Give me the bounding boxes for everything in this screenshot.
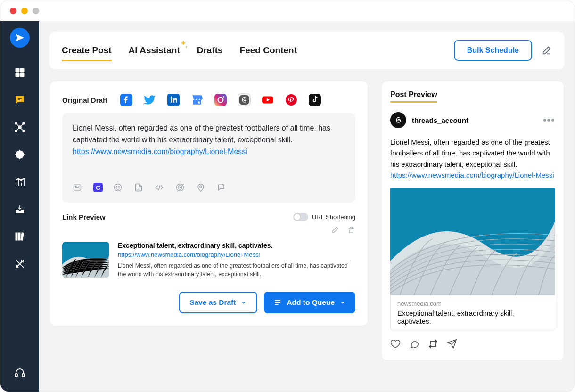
code-icon[interactable] (155, 183, 165, 193)
svg-point-27 (115, 184, 122, 191)
post-textarea[interactable]: Lionel Messi, often regarded as one of t… (62, 113, 355, 203)
svg-point-26 (75, 186, 76, 187)
window-max-dot[interactable] (33, 8, 39, 14)
sparkle-icon (178, 40, 189, 50)
share-icon[interactable] (447, 339, 457, 351)
preview-account-name: threads_account (412, 116, 468, 124)
threads-icon[interactable] (238, 93, 251, 106)
edit-link-preview-icon[interactable] (331, 226, 339, 236)
svg-point-6 (23, 122, 25, 124)
add-to-queue-label: Add to Queue (287, 298, 335, 307)
post-link[interactable]: https://www.newsmedia.com/biography/Lion… (73, 147, 247, 155)
preview-avatar-threads-icon (390, 112, 406, 128)
gif-icon[interactable]: GIF (134, 183, 144, 193)
link-preview-section: Link Preview URL Shortening (62, 213, 355, 278)
google-business-icon[interactable] (190, 93, 204, 106)
svg-rect-18 (214, 94, 227, 106)
window-titlebar (0, 0, 575, 21)
nav-analytics-icon[interactable] (14, 176, 26, 188)
url-shortening-label: URL Shortening (312, 213, 355, 220)
tag-message-icon[interactable] (217, 183, 227, 193)
tab-ai-assistant[interactable]: AI Assistant (129, 45, 180, 56)
location-icon[interactable] (196, 183, 206, 193)
canva-icon[interactable]: C (93, 183, 103, 192)
svg-point-28 (116, 187, 117, 188)
svg-rect-1 (20, 68, 24, 72)
chevron-down-icon (339, 299, 346, 306)
tab-drafts[interactable]: Drafts (197, 45, 223, 56)
preview-link-title: Exceptional talent, extraordinary skill,… (397, 309, 548, 325)
svg-rect-0 (16, 68, 19, 72)
original-draft-label: Original Draft (62, 96, 107, 104)
post-preview-card: Post Preview threads_account ••• Lionel … (381, 81, 564, 361)
preview-post-body: Lionel Messi, often regarded as one of t… (390, 137, 555, 180)
svg-rect-21 (239, 95, 249, 105)
repost-icon[interactable] (428, 339, 438, 351)
media-icon[interactable] (73, 183, 83, 193)
svg-rect-13 (15, 374, 17, 377)
tab-create-post[interactable]: Create Post (62, 45, 112, 56)
preview-link-caption: newsmedia.com Exceptional talent, extrao… (390, 295, 555, 330)
nav-dashboard-icon[interactable] (14, 66, 26, 79)
linkedin-icon[interactable] (167, 93, 180, 106)
link-preview-thumbnail (62, 242, 109, 278)
svg-point-29 (119, 187, 120, 188)
bulk-schedule-button[interactable]: Bulk Schedule (454, 40, 532, 61)
svg-point-9 (16, 151, 24, 158)
delete-link-preview-icon[interactable] (347, 226, 355, 236)
preview-link-image (390, 188, 555, 295)
nav-support-icon[interactable] (14, 367, 26, 379)
nav-list (14, 66, 26, 270)
sidebar (0, 21, 39, 392)
chevron-down-icon (240, 299, 247, 306)
goal-icon[interactable] (175, 183, 186, 193)
nav-target-icon[interactable] (14, 148, 26, 161)
link-preview-url[interactable]: https://www.newsmedia.com/biography/Lion… (118, 251, 355, 258)
svg-point-7 (15, 130, 17, 132)
svg-point-5 (15, 122, 17, 124)
svg-rect-11 (18, 233, 20, 240)
instagram-icon[interactable] (214, 93, 227, 106)
twitter-icon[interactable] (143, 93, 156, 106)
compose-icon[interactable] (542, 45, 552, 56)
facebook-icon[interactable] (120, 93, 133, 106)
svg-rect-3 (20, 73, 24, 77)
window-close-dot[interactable] (10, 8, 16, 14)
nav-connections-icon[interactable] (14, 121, 26, 133)
nav-inbox-icon[interactable] (14, 203, 26, 215)
post-textarea-content: Lionel Messi, often regarded as one of t… (73, 122, 345, 157)
svg-rect-10 (16, 233, 17, 240)
app-logo[interactable] (10, 28, 30, 48)
like-icon[interactable] (390, 339, 401, 351)
svg-text:GIF: GIF (137, 188, 141, 190)
social-network-tabs (120, 93, 321, 106)
link-preview-desc: Lionel Messi, often regarded as one of t… (118, 262, 355, 278)
emoji-icon[interactable] (113, 183, 123, 193)
post-text: Lionel Messi, often regarded as one of t… (73, 124, 330, 144)
nav-settings-icon[interactable] (14, 258, 26, 270)
window-min-dot[interactable] (21, 8, 28, 14)
svg-rect-2 (16, 73, 19, 77)
youtube-icon[interactable] (261, 93, 274, 106)
svg-point-8 (23, 130, 25, 132)
add-to-queue-button[interactable]: Add to Queue (264, 292, 355, 313)
save-as-draft-label: Save as Draft (189, 298, 236, 307)
url-shortening-toggle[interactable] (293, 213, 308, 221)
preview-post-link[interactable]: https://www.newsmedia.com/biography/Lion… (390, 171, 554, 179)
svg-point-34 (200, 186, 202, 188)
comment-icon[interactable] (409, 339, 419, 351)
pinterest-icon[interactable] (285, 93, 298, 106)
save-as-draft-button[interactable]: Save as Draft (179, 292, 257, 313)
link-preview-headline: Exceptional talent, extraordinary skill,… (118, 242, 355, 249)
top-tabs-card: Create Post AI Assistant Drafts Feed Con… (49, 32, 564, 69)
queue-icon (273, 298, 282, 307)
tab-feed-content[interactable]: Feed Content (240, 45, 297, 56)
preview-action-bar (390, 339, 555, 351)
nav-compose-icon[interactable] (14, 94, 26, 106)
editor-card: Original Draft (49, 81, 368, 326)
svg-rect-12 (21, 233, 24, 240)
nav-library-icon[interactable] (14, 230, 26, 243)
tiktok-icon[interactable] (308, 93, 321, 106)
preview-more-icon[interactable]: ••• (543, 114, 555, 126)
main-area: Create Post AI Assistant Drafts Feed Con… (39, 21, 575, 392)
